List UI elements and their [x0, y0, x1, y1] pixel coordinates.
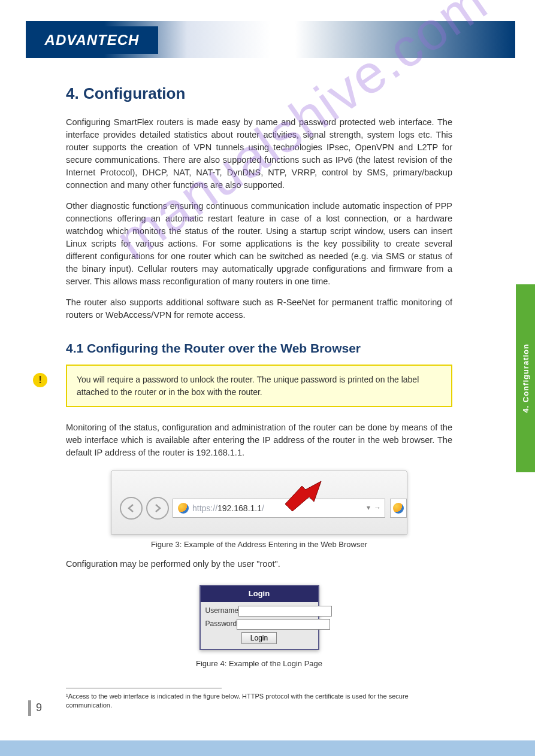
arrow-left-icon [126, 503, 137, 514]
dropdown-icon[interactable]: ▾ [367, 503, 370, 513]
login-button[interactable]: Login [241, 632, 277, 644]
brand-logo: ADVANTECH [26, 26, 158, 54]
main-content: 4. Configuration Configuring SmartFlex r… [66, 83, 452, 711]
footnote-text: ¹Access to the web interface is indicate… [66, 692, 452, 711]
page-number-value: 9 [36, 702, 42, 714]
login-dialog-body: Username Password Login [201, 602, 318, 649]
ie-icon [393, 503, 404, 514]
modules-paragraph: The router also supports additional soft… [66, 296, 452, 321]
features-paragraph: Other diagnostic functions ensuring cont… [66, 200, 452, 288]
forward-button[interactable] [146, 497, 169, 520]
login-dialog-title: Login [201, 586, 318, 602]
back-button[interactable] [120, 497, 143, 520]
compat-button[interactable] [390, 499, 407, 518]
caution-box: You will require a password to unlock th… [66, 365, 452, 407]
caution-icon: ! [33, 373, 47, 387]
address-bar-controls: ▾ → [367, 503, 381, 513]
monitoring-paragraph: Monitoring of the status, configuration … [66, 421, 452, 459]
section-title: 4.1 Configuring the Router over the Web … [66, 339, 452, 357]
arrow-right-icon [152, 503, 163, 514]
login-paragraph: Configuration may be performed only by t… [66, 558, 452, 570]
password-row: Password [205, 619, 313, 630]
address-bar[interactable]: https://192.168.1.1/ ▾ → [173, 499, 385, 518]
figure-1: https://192.168.1.1/ ▾ → Figure 3: Examp… [66, 470, 452, 551]
url-suffix: / [262, 502, 264, 514]
login-button-row: Login [205, 632, 313, 644]
browser-toolbar: https://192.168.1.1/ ▾ → [120, 493, 407, 523]
ie-icon [178, 503, 189, 514]
password-input[interactable] [237, 619, 330, 630]
footer-strip [0, 740, 535, 756]
url-prefix: https:// [192, 502, 217, 514]
svg-marker-0 [285, 481, 321, 511]
figure-2: Login Username Password Login Figure 4: … [66, 581, 452, 670]
intro-paragraph: Configuring SmartFlex routers is made ea… [66, 116, 452, 192]
page-number: 9 [28, 700, 42, 716]
figure-1-caption: Figure 3: Example of the Address Enterin… [151, 539, 367, 551]
url-ip: 192.168.1.1 [217, 502, 262, 514]
browser-mockup: https://192.168.1.1/ ▾ → [111, 470, 407, 535]
username-label: Username [205, 606, 238, 616]
page-title: 4. Configuration [66, 83, 452, 105]
login-dialog: Login Username Password Login [200, 585, 319, 650]
page-number-bar [28, 700, 31, 716]
figure-2-caption: Figure 4: Example of the Login Page [196, 658, 322, 670]
username-row: Username [205, 606, 313, 617]
brand-logo-text: ADVANTECH [45, 32, 140, 48]
password-label: Password [205, 619, 237, 629]
section-side-tab: 4. Configuration [516, 284, 535, 472]
caution-container: ! You will require a password to unlock … [33, 365, 452, 407]
footnote-divider [66, 688, 222, 688]
section-side-tab-label: 4. Configuration [521, 344, 530, 413]
username-input[interactable] [238, 606, 332, 617]
go-arrow-icon[interactable]: → [374, 503, 381, 513]
